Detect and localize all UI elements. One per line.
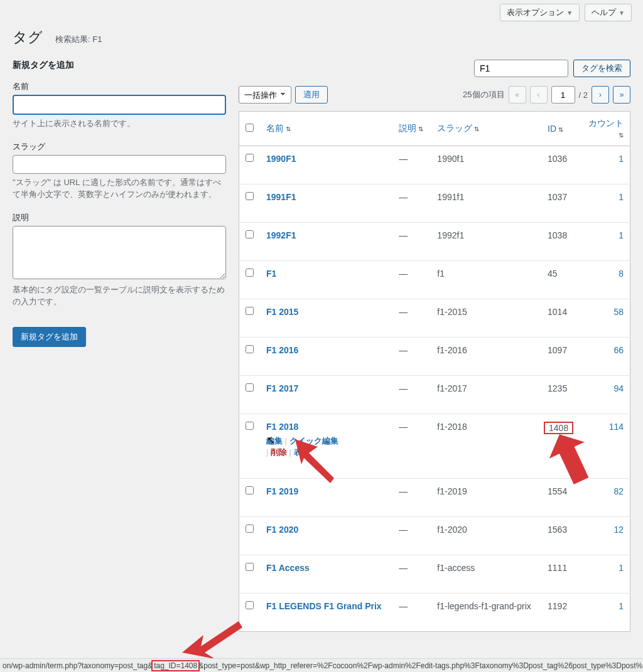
- row-checkbox[interactable]: [246, 422, 254, 430]
- tag-count-link[interactable]: 12: [613, 525, 624, 535]
- row-checkbox[interactable]: [246, 230, 254, 238]
- tag-desc-input[interactable]: [13, 226, 226, 279]
- tag-name-link[interactable]: F1 2019: [266, 486, 298, 496]
- table-row: F1 Access — f1-access 1111 1: [239, 555, 630, 594]
- tag-name-link[interactable]: 1991F1: [266, 192, 296, 202]
- tag-id-cell: 1111: [541, 555, 581, 594]
- page-last-button[interactable]: »: [613, 86, 630, 104]
- row-checkbox[interactable]: [246, 486, 254, 494]
- tag-count-link[interactable]: 66: [613, 345, 624, 355]
- search-input[interactable]: [474, 60, 568, 77]
- tag-count-link[interactable]: 58: [613, 307, 624, 317]
- tag-name-link[interactable]: F1 Access: [266, 563, 310, 573]
- col-name-header[interactable]: 名前⇅: [260, 112, 392, 146]
- page-number-input[interactable]: [551, 86, 575, 104]
- help-label: ヘルプ: [592, 8, 616, 17]
- row-checkbox[interactable]: [246, 269, 254, 277]
- search-result-text: 検索結果: F1: [55, 34, 102, 45]
- table-row: F1 2019 — f1-2019 1554 82: [239, 479, 630, 517]
- caret-down-icon: ▼: [566, 9, 573, 16]
- slug-help: "スラッグ" は URL に適した形式の名前です。通常はすべて半角小文字で、英数…: [13, 176, 226, 201]
- row-checkbox[interactable]: [246, 525, 254, 533]
- tag-id-cell: 1037: [541, 184, 581, 223]
- tag-name-link[interactable]: F1 2020: [266, 525, 298, 535]
- tag-desc-cell: —: [392, 555, 431, 594]
- tag-slug-cell: 1990f1: [431, 146, 541, 184]
- search-button[interactable]: タグを検索: [573, 60, 630, 77]
- tag-name-input[interactable]: [13, 95, 226, 115]
- tag-name-link[interactable]: F1 LEGENDS F1 Grand Prix: [266, 601, 382, 611]
- row-checkbox[interactable]: [246, 307, 254, 315]
- delete-link[interactable]: 削除: [271, 447, 287, 457]
- col-id-header[interactable]: ID⇅: [541, 112, 581, 146]
- row-checkbox[interactable]: [246, 383, 254, 392]
- tag-name-link[interactable]: F1 2017: [266, 383, 298, 393]
- tag-slug-cell: f1-2015: [431, 299, 541, 338]
- tag-id-cell: 1192: [541, 594, 581, 632]
- sort-icon: ⇅: [619, 132, 624, 139]
- bulk-action-select[interactable]: 一括操作: [239, 86, 291, 104]
- tag-name-link[interactable]: 1992F1: [266, 230, 296, 240]
- tag-count-link[interactable]: 82: [613, 486, 624, 496]
- table-row: F1 2018編集 | クイック編集| 削除 | 表示 — f1-2018 14…: [239, 414, 630, 479]
- row-checkbox[interactable]: [246, 345, 254, 353]
- tag-name-link[interactable]: 1990F1: [266, 154, 296, 164]
- col-desc-header[interactable]: 説明⇅: [392, 112, 431, 146]
- view-link[interactable]: 表示: [294, 447, 310, 457]
- status-highlight: tag_ID=1408: [151, 660, 200, 671]
- tag-desc-cell: —: [392, 146, 431, 184]
- tag-name-link[interactable]: F1 2015: [266, 307, 298, 317]
- tag-count-link[interactable]: 1: [619, 230, 624, 240]
- edit-link[interactable]: 編集: [266, 436, 283, 445]
- page-first-button[interactable]: «: [509, 86, 526, 104]
- col-count-header[interactable]: カウント⇅: [581, 112, 630, 146]
- page-next-button[interactable]: ›: [592, 86, 609, 104]
- tag-desc-cell: —: [392, 517, 431, 555]
- table-row: F1 2020 — f1-2020 1563 12: [239, 517, 630, 555]
- tag-count-link[interactable]: 1: [619, 154, 624, 164]
- screen-options-button[interactable]: 表示オプション▼: [500, 4, 580, 21]
- tag-name-link[interactable]: F1 2016: [266, 345, 298, 355]
- tag-slug-input[interactable]: [13, 155, 226, 174]
- tag-name-link[interactable]: F1 2018: [266, 422, 298, 432]
- row-checkbox[interactable]: [246, 601, 254, 609]
- page-prev-button[interactable]: ‹: [530, 86, 548, 104]
- tag-count-link[interactable]: 1: [619, 601, 624, 611]
- tag-id-cell: 1554: [541, 479, 581, 517]
- tag-count-link[interactable]: 1: [619, 563, 624, 573]
- tag-desc-cell: —: [392, 223, 431, 261]
- tag-id-cell: 1097: [541, 338, 581, 376]
- tag-count-link[interactable]: 94: [613, 383, 624, 393]
- tag-desc-cell: —: [392, 184, 431, 223]
- bulk-apply-button[interactable]: 適用: [295, 86, 328, 104]
- row-checkbox[interactable]: [246, 563, 254, 571]
- page-title: タグ: [13, 28, 43, 47]
- tag-desc-cell: —: [392, 414, 431, 479]
- tag-slug-cell: f1-2020: [431, 517, 541, 555]
- tag-slug-cell: f1: [431, 261, 541, 299]
- tag-slug-cell: f1-access: [431, 555, 541, 594]
- sort-icon: ⇅: [286, 125, 291, 132]
- help-button[interactable]: ヘルプ▼: [585, 4, 632, 21]
- tag-id-cell: 45: [541, 261, 581, 299]
- col-slug-header[interactable]: スラッグ⇅: [431, 112, 541, 146]
- select-all-checkbox[interactable]: [246, 124, 254, 132]
- tag-id-cell: 1408: [541, 414, 581, 479]
- tag-count-link[interactable]: 8: [619, 269, 624, 279]
- desc-help: 基本的にタグ設定の一覧テーブルに説明文を表示するための入力です。: [13, 284, 226, 308]
- tag-desc-cell: —: [392, 299, 431, 338]
- tag-slug-cell: f1-2018: [431, 414, 541, 479]
- tag-count-link[interactable]: 1: [619, 192, 624, 202]
- row-checkbox[interactable]: [246, 154, 254, 162]
- add-tag-button[interactable]: 新規タグを追加: [13, 327, 86, 347]
- tag-name-link[interactable]: F1: [266, 269, 276, 279]
- tag-desc-cell: —: [392, 261, 431, 299]
- table-row: F1 LEGENDS F1 Grand Prix — f1-legends-f1…: [239, 594, 630, 632]
- tag-id-cell: 1235: [541, 376, 581, 414]
- quickedit-link[interactable]: クイック編集: [289, 436, 338, 445]
- sort-icon: ⇅: [474, 125, 479, 132]
- row-checkbox[interactable]: [246, 192, 254, 200]
- screen-options-label: 表示オプション: [507, 8, 564, 17]
- name-help: サイト上に表示される名前です。: [13, 117, 226, 130]
- tag-count-link[interactable]: 114: [609, 422, 624, 432]
